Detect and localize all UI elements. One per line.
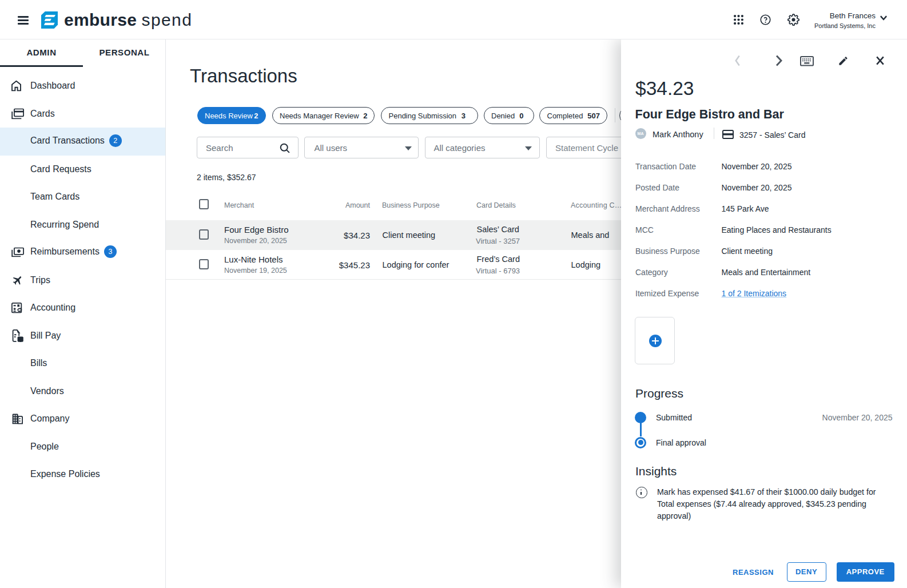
svg-text:$: $ [19,337,22,342]
